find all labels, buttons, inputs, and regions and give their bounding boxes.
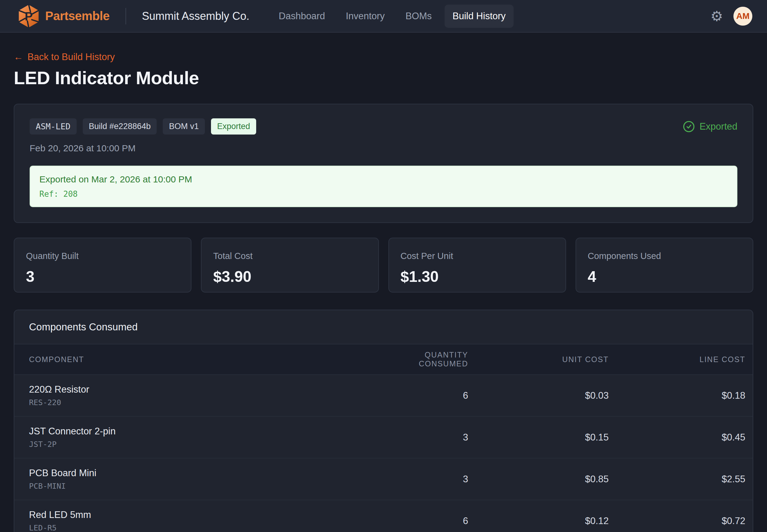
stats-row: Quantity Built 3 Total Cost $3.90 Cost P… [14,238,753,293]
component-code: LED-R5 [29,523,375,532]
component-name: JST Connector 2-pin [29,426,375,437]
line-cost-cell: $0.18 [609,375,753,416]
stat-label: Total Cost [213,251,366,261]
quantity-consumed-cell: 3 [375,416,468,458]
back-link-label: Back to Build History [27,52,115,63]
col-header-quantity-consumed: QUANTITY CONSUMED [375,344,468,375]
quantity-consumed-cell: 6 [375,375,468,416]
build-info-card: ASM-LED Build #e228864b BOM v1 Exported … [14,104,753,223]
table-row: 220Ω Resistor RES-220 6 $0.03 $0.18 [14,375,753,416]
component-name: 220Ω Resistor [29,384,375,395]
exported-status-indicator: Exported [683,120,737,133]
avatar[interactable]: AM [733,7,752,26]
stat-label: Quantity Built [26,251,179,261]
table-title: Components Consumed [14,310,753,344]
unit-cost-cell: $0.03 [468,375,609,416]
stat-card-total-cost: Total Cost $3.90 [201,238,379,293]
badge-row: ASM-LED Build #e228864b BOM v1 Exported [30,118,256,135]
components-consumed-card: Components Consumed COMPONENT QUANTITY C… [14,310,753,532]
stat-card-components-used: Components Used 4 [576,238,753,293]
nav-item-inventory[interactable]: Inventory [338,5,393,28]
export-banner-ref: Ref: 208 [39,189,728,199]
nav-links: Dashboard Inventory BOMs Build History [271,5,513,28]
unit-cost-cell: $0.15 [468,416,609,458]
col-header-component: COMPONENT [14,344,375,375]
unit-cost-cell: $0.12 [468,500,609,532]
nav-item-build-history[interactable]: Build History [445,5,513,28]
bom-version-badge: BOM v1 [163,118,205,135]
table-row: PCB Board Mini PCB-MINI 3 $0.85 $2.55 [14,458,753,500]
col-header-line-cost: LINE COST [609,344,753,375]
stat-value: 4 [588,268,741,286]
brand[interactable]: P Partsemble [18,4,110,28]
quantity-consumed-cell: 3 [375,458,468,500]
page-content: ← Back to Build History LED Indicator Mo… [0,33,767,532]
table-header-row: COMPONENT QUANTITY CONSUMED UNIT COST LI… [14,344,753,375]
svg-text:P: P [25,10,33,23]
assembly-code-badge: ASM-LED [30,118,77,135]
company-name: Summit Assembly Co. [142,10,250,23]
nav-right: ⚙ AM [711,7,752,26]
export-banner: Exported on Mar 2, 2026 at 10:00 PM Ref:… [30,166,737,207]
export-banner-message: Exported on Mar 2, 2026 at 10:00 PM [39,174,728,185]
component-name: PCB Board Mini [29,468,375,479]
settings-gear-icon[interactable]: ⚙ [711,9,723,23]
component-name: Red LED 5mm [29,509,375,520]
component-code: RES-220 [29,398,375,407]
unit-cost-cell: $0.85 [468,458,609,500]
nav-item-boms[interactable]: BOMs [398,5,440,28]
exported-status-text: Exported [700,121,737,132]
top-nav: P Partsemble Summit Assembly Co. Dashboa… [0,0,767,33]
partsemble-logo-icon: P [18,4,40,28]
line-cost-cell: $2.55 [609,458,753,500]
brand-name: Partsemble [45,9,110,23]
stat-card-quantity-built: Quantity Built 3 [14,238,191,293]
back-link[interactable]: ← Back to Build History [14,52,115,63]
nav-divider [125,8,126,24]
stat-label: Components Used [588,251,741,261]
build-date: Feb 20, 2026 at 10:00 PM [30,143,737,153]
build-id-badge: Build #e228864b [83,118,157,135]
quantity-consumed-cell: 6 [375,500,468,532]
stat-value: $3.90 [213,268,366,286]
components-table: COMPONENT QUANTITY CONSUMED UNIT COST LI… [14,344,753,532]
nav-item-dashboard[interactable]: Dashboard [271,5,333,28]
line-cost-cell: $0.45 [609,416,753,458]
table-row: JST Connector 2-pin JST-2P 3 $0.15 $0.45 [14,416,753,458]
stat-value: $1.30 [401,268,554,286]
component-code: PCB-MINI [29,482,375,491]
check-circle-icon [683,120,695,133]
stat-card-cost-per-unit: Cost Per Unit $1.30 [388,238,566,293]
stat-label: Cost Per Unit [401,251,554,261]
back-arrow-icon: ← [14,52,23,63]
col-header-unit-cost: UNIT COST [468,344,609,375]
table-row: Red LED 5mm LED-R5 6 $0.12 $0.72 [14,500,753,532]
component-code: JST-2P [29,440,375,449]
page-title: LED Indicator Module [14,67,753,88]
stat-value: 3 [26,268,179,286]
exported-status-badge: Exported [211,118,256,135]
line-cost-cell: $0.72 [609,500,753,532]
